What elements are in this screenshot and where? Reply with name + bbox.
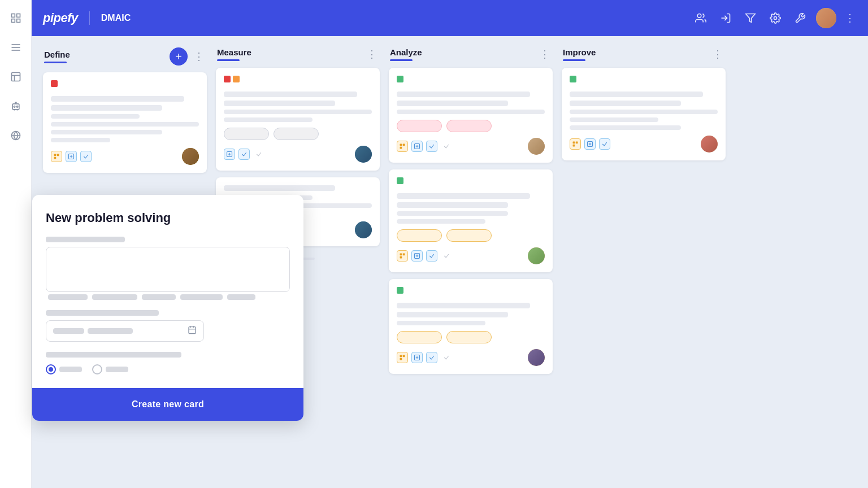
- svg-rect-0: [11, 14, 15, 18]
- board-title: DMAIC: [101, 13, 131, 23]
- card-icon-3: [80, 151, 92, 162]
- analyze-card-2[interactable]: [389, 169, 553, 272]
- tools-icon[interactable]: [791, 9, 809, 27]
- radio-option-1[interactable]: [46, 364, 82, 374]
- card-title-textarea[interactable]: [46, 247, 290, 292]
- sidebar-icon-bot[interactable]: [7, 97, 25, 115]
- analyze-card2-icon3: [426, 250, 437, 262]
- measure-card1-icon2: [238, 149, 250, 160]
- header-right: ⋮: [692, 8, 857, 28]
- svg-rect-26: [400, 147, 402, 149]
- radio-option-2[interactable]: [92, 364, 128, 374]
- analyze-card2-icon2: [411, 250, 423, 262]
- column-analyze-header: Analyze ⋮: [389, 47, 553, 61]
- analyze-card1-icon3: [426, 141, 437, 152]
- svg-point-14: [697, 14, 701, 18]
- card-icon-2: [66, 151, 77, 162]
- modal-title: New problem solving: [46, 211, 290, 225]
- improve-card1-icon1: [570, 138, 581, 150]
- analyze-card1-icon1: [397, 141, 408, 152]
- header-more-button[interactable]: ⋮: [843, 11, 857, 25]
- header: pipefy DMAIC ⋮: [32, 0, 868, 36]
- svg-rect-7: [11, 73, 20, 81]
- column-improve-more-button[interactable]: ⋮: [711, 47, 724, 61]
- analyze-card2-avatar: [528, 247, 545, 264]
- svg-marker-16: [746, 14, 756, 23]
- card-avatar-1: [182, 148, 199, 165]
- calendar-icon: [188, 325, 197, 337]
- analyze-card3-icon3: [426, 352, 437, 363]
- svg-rect-30: [400, 256, 402, 259]
- column-measure-header: Measure ⋮: [216, 47, 380, 61]
- svg-rect-32: [400, 355, 402, 358]
- svg-rect-38: [573, 145, 575, 147]
- sidebar-icon-globe[interactable]: [7, 127, 25, 145]
- svg-rect-3: [16, 19, 20, 23]
- sidebar-icon-list[interactable]: [7, 38, 25, 56]
- column-analyze-more-button[interactable]: ⋮: [538, 47, 552, 61]
- new-card-modal: New problem solving: [32, 195, 303, 421]
- improve-card1-icon2: [584, 138, 596, 150]
- svg-rect-28: [400, 254, 402, 256]
- svg-rect-24: [400, 144, 402, 146]
- radio-group: [46, 364, 290, 374]
- measure-card1-avatar: [355, 146, 372, 163]
- settings-icon[interactable]: [766, 9, 784, 27]
- user-avatar[interactable]: [816, 8, 836, 28]
- analyze-card3-icon1: [397, 352, 408, 363]
- people-icon[interactable]: [692, 9, 710, 27]
- column-improve: Improve ⋮: [562, 47, 726, 477]
- radio-dot-selected: [46, 364, 56, 374]
- svg-rect-2: [11, 19, 15, 23]
- create-card-button[interactable]: Create new card: [132, 399, 204, 409]
- header-divider: [89, 11, 90, 25]
- svg-rect-18: [54, 154, 57, 156]
- column-define-header: Define + ⋮: [43, 47, 207, 66]
- logo: pipefy: [43, 11, 78, 25]
- analyze-card1-icon2: [411, 141, 423, 152]
- measure-card-1[interactable]: [216, 68, 380, 171]
- column-define-more-button[interactable]: ⋮: [192, 50, 206, 63]
- column-improve-underline: [563, 59, 585, 61]
- radio-label-2: [106, 367, 128, 372]
- sidebar-icon-table[interactable]: [7, 68, 25, 86]
- card-icon-1: [51, 151, 62, 162]
- column-measure-more-button[interactable]: ⋮: [365, 47, 379, 61]
- svg-point-17: [774, 17, 777, 20]
- signin-icon[interactable]: [717, 9, 735, 27]
- form-field-label-1: [46, 237, 125, 242]
- column-analyze: Analyze ⋮: [389, 47, 553, 477]
- add-card-define-button[interactable]: +: [170, 47, 188, 66]
- radio-dot-empty: [92, 364, 102, 374]
- svg-rect-25: [403, 144, 405, 146]
- date-input[interactable]: [46, 320, 204, 342]
- svg-point-11: [14, 106, 15, 108]
- analyze-card-1[interactable]: [389, 68, 553, 163]
- analyze-card1-icon4: [441, 141, 452, 152]
- column-analyze-title: Analyze: [390, 47, 533, 57]
- form-field-label-2: [46, 310, 159, 316]
- svg-rect-33: [403, 355, 405, 358]
- column-improve-title: Improve: [563, 47, 706, 57]
- radio-label-1: [59, 367, 82, 372]
- svg-rect-40: [189, 327, 196, 334]
- improve-card-1[interactable]: [562, 68, 726, 160]
- svg-rect-1: [16, 14, 20, 18]
- svg-rect-19: [57, 154, 59, 156]
- analyze-card-3[interactable]: [389, 279, 553, 374]
- svg-rect-36: [573, 142, 575, 144]
- column-measure-underline: [217, 59, 240, 61]
- svg-point-12: [16, 106, 18, 108]
- modal-footer: Create new card: [32, 388, 303, 421]
- filter-icon[interactable]: [741, 9, 760, 27]
- measure-card2-avatar: [355, 221, 372, 238]
- svg-rect-20: [54, 157, 57, 159]
- analyze-card2-icon1: [397, 250, 408, 262]
- sidebar-icon-grid[interactable]: [7, 9, 25, 27]
- column-improve-header: Improve ⋮: [562, 47, 726, 61]
- define-card-1[interactable]: [43, 72, 207, 173]
- svg-rect-29: [403, 254, 405, 256]
- improve-card1-icon3: [599, 138, 610, 150]
- sidebar: [0, 0, 32, 488]
- column-define-underline: [44, 62, 67, 63]
